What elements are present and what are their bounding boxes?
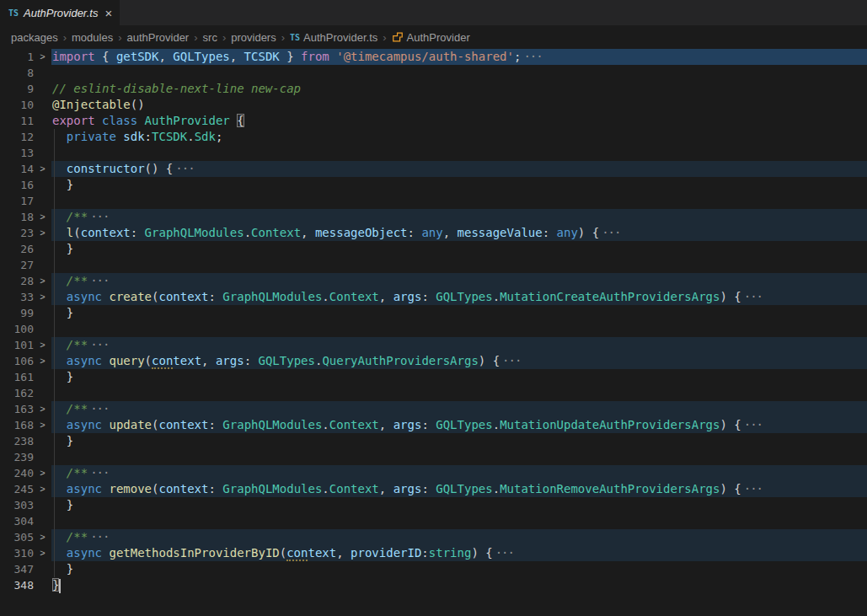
fold-ellipsis[interactable]: ···	[90, 530, 109, 544]
code-line[interactable]: 161 }	[0, 369, 867, 385]
code-line[interactable]: 8	[0, 65, 867, 81]
fold-chevron-icon[interactable]: >	[34, 481, 51, 497]
code-content[interactable]: /**···	[51, 209, 867, 225]
code-content[interactable]: export class AuthProvider {	[51, 113, 867, 129]
fold-chevron-icon[interactable]: >	[34, 161, 51, 177]
fold-ellipsis[interactable]: ···	[523, 50, 542, 63]
code-content[interactable]: /**···	[51, 529, 867, 545]
fold-ellipsis[interactable]: ···	[744, 418, 763, 431]
code-content[interactable]: async update(context: GraphQLModules.Con…	[51, 417, 867, 433]
code-content[interactable]	[51, 145, 867, 161]
code-content[interactable]: }	[51, 433, 867, 449]
code-line[interactable]: 100	[0, 321, 867, 337]
code-line[interactable]: 99 }	[0, 305, 867, 321]
code-content[interactable]: @Injectable()	[51, 97, 867, 113]
code-line[interactable]: 239	[0, 449, 867, 465]
close-icon[interactable]: ×	[103, 7, 114, 19]
code-line[interactable]: 168> async update(context: GraphQLModule…	[0, 417, 867, 433]
code-line[interactable]: 304	[0, 513, 867, 529]
code-line[interactable]: 18> /**···	[0, 209, 867, 225]
code-content[interactable]: }	[51, 369, 867, 385]
code-line[interactable]: 305> /**···	[0, 529, 867, 545]
code-content[interactable]: }	[51, 561, 867, 577]
fold-ellipsis[interactable]: ···	[90, 402, 109, 415]
breadcrumb-item-providers[interactable]: providers	[231, 31, 276, 44]
fold-chevron-icon[interactable]: >	[34, 225, 51, 241]
code-line[interactable]: 26 }	[0, 241, 867, 257]
code-content[interactable]	[51, 513, 867, 529]
code-content[interactable]: }	[51, 497, 867, 513]
code-line[interactable]: 12 private sdk:TCSDK.Sdk;	[0, 129, 867, 145]
code-line[interactable]: 238 }	[0, 433, 867, 449]
code-line[interactable]: 163> /**···	[0, 401, 867, 417]
code-line[interactable]: 1>import { getSDK, GQLTypes, TCSDK } fro…	[0, 49, 867, 65]
code-line[interactable]: 310> async getMethodsInProviderByID(cont…	[0, 545, 867, 561]
code-content[interactable]: /**···	[51, 401, 867, 417]
code-line[interactable]: 27	[0, 257, 867, 273]
fold-ellipsis[interactable]: ···	[744, 482, 763, 495]
code-content[interactable]	[51, 321, 867, 337]
code-line[interactable]: 10@Injectable()	[0, 97, 867, 113]
code-content[interactable]: async query(context, args: GQLTypes.Quer…	[51, 353, 867, 369]
code-content[interactable]: }	[51, 305, 867, 321]
code-line[interactable]: 11export class AuthProvider {	[0, 113, 867, 129]
code-content[interactable]: async create(context: GraphQLModules.Con…	[51, 289, 867, 305]
fold-chevron-icon[interactable]: >	[34, 337, 51, 353]
code-line[interactable]: 303 }	[0, 497, 867, 513]
code-content[interactable]: // eslint-disable-next-line new-cap	[51, 81, 867, 97]
code-line[interactable]: 9// eslint-disable-next-line new-cap	[0, 81, 867, 97]
breadcrumb-item-packages[interactable]: packages	[11, 31, 58, 44]
code-content[interactable]: }	[51, 241, 867, 257]
code-line[interactable]: 162	[0, 385, 867, 401]
code-line[interactable]: 23> l(context: GraphQLModules.Context, m…	[0, 225, 867, 241]
code-content[interactable]: private sdk:TCSDK.Sdk;	[51, 129, 867, 145]
fold-ellipsis[interactable]: ···	[90, 274, 109, 287]
code-line[interactable]: 17	[0, 193, 867, 209]
fold-chevron-icon[interactable]: >	[34, 353, 51, 369]
code-content[interactable]	[51, 449, 867, 465]
code-content[interactable]: /**···	[51, 273, 867, 289]
fold-chevron-icon[interactable]: >	[34, 273, 51, 289]
fold-chevron-icon[interactable]: >	[34, 209, 51, 225]
breadcrumb-item-file[interactable]: TS AuthProvider.ts	[290, 31, 377, 44]
code-line[interactable]: 101> /**···	[0, 337, 867, 353]
fold-ellipsis[interactable]: ···	[90, 210, 109, 223]
code-content[interactable]: }	[51, 177, 867, 193]
fold-chevron-icon[interactable]: >	[34, 529, 51, 545]
code-editor[interactable]: 1>import { getSDK, GQLTypes, TCSDK } fro…	[0, 49, 867, 593]
breadcrumb-item-src[interactable]: src	[203, 31, 217, 44]
fold-ellipsis[interactable]: ···	[90, 466, 109, 479]
breadcrumb-item-modules[interactable]: modules	[72, 31, 113, 44]
code-content[interactable]: async remove(context: GraphQLModules.Con…	[51, 481, 867, 497]
fold-chevron-icon[interactable]: >	[34, 49, 51, 65]
code-content[interactable]: }	[51, 577, 867, 593]
code-content[interactable]: constructor() {···	[51, 161, 867, 177]
fold-chevron-icon[interactable]: >	[34, 545, 51, 561]
code-line[interactable]: 106> async query(context, args: GQLTypes…	[0, 353, 867, 369]
fold-ellipsis[interactable]: ···	[495, 546, 514, 560]
fold-ellipsis[interactable]: ···	[90, 338, 109, 351]
tab-authprovider[interactable]: TS AuthProvider.ts ×	[0, 0, 120, 25]
breadcrumb-item-symbol[interactable]: AuthProvider	[392, 31, 470, 44]
breadcrumb-item-authprovider[interactable]: authProvider	[126, 31, 189, 44]
fold-ellipsis[interactable]: ···	[502, 354, 521, 367]
fold-ellipsis[interactable]: ···	[175, 162, 194, 175]
code-line[interactable]: 348}	[0, 577, 867, 593]
code-content[interactable]	[51, 385, 867, 401]
code-line[interactable]: 347 }	[0, 561, 867, 577]
fold-chevron-icon[interactable]: >	[34, 289, 51, 305]
code-content[interactable]: async getMethodsInProviderByID(context, …	[51, 545, 867, 561]
fold-ellipsis[interactable]: ···	[744, 290, 763, 303]
code-content[interactable]: /**···	[51, 337, 867, 353]
code-content[interactable]: import { getSDK, GQLTypes, TCSDK } from …	[51, 49, 867, 65]
fold-chevron-icon[interactable]: >	[34, 401, 51, 417]
fold-chevron-icon[interactable]: >	[34, 465, 51, 481]
code-line[interactable]: 16 }	[0, 177, 867, 193]
code-content[interactable]: l(context: GraphQLModules.Context, messa…	[51, 225, 867, 241]
code-line[interactable]: 14> constructor() {···	[0, 161, 867, 177]
code-content[interactable]: /**···	[51, 465, 867, 481]
fold-ellipsis[interactable]: ···	[602, 226, 620, 239]
code-line[interactable]: 28> /**···	[0, 273, 867, 289]
fold-chevron-icon[interactable]: >	[34, 417, 51, 433]
code-line[interactable]: 33> async create(context: GraphQLModules…	[0, 289, 867, 305]
